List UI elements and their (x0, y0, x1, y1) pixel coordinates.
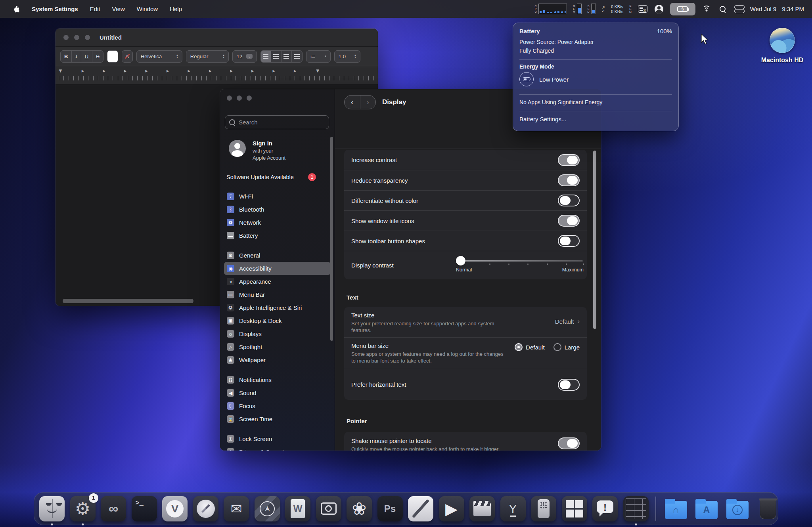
sidebar-item-battery[interactable]: ▬ Battery (224, 229, 331, 242)
dock-trash[interactable] (755, 496, 781, 521)
slider-knob[interactable] (456, 256, 465, 265)
sign-in-row[interactable]: Sign in with your Apple Account (229, 140, 285, 161)
sidebar-item-apple-intelligence[interactable]: ❂ Apple Intelligence & Siri (224, 301, 331, 314)
horizontal-scrollbar[interactable] (63, 299, 193, 303)
align-center-button[interactable] (271, 51, 282, 62)
menu-help[interactable]: Help (165, 0, 187, 18)
software-update-row[interactable]: Software Update Available 1 (226, 173, 329, 181)
cpu-monitor-widget[interactable]: CPU (535, 4, 567, 14)
memory-monitor-widget[interactable]: MEM (573, 4, 582, 14)
menu-app-name[interactable]: System Settings (27, 0, 83, 18)
minimize-button[interactable] (237, 95, 242, 101)
dock-garageband[interactable] (408, 496, 433, 521)
battery-settings-link[interactable]: Battery Settings... (519, 116, 672, 122)
sidebar-item-lock-screen[interactable]: ⚿ Lock Screen (224, 432, 331, 445)
back-button[interactable]: ‹ (345, 95, 360, 109)
pane-scrollbar[interactable] (593, 151, 596, 329)
radio-menu-bar-default[interactable]: Default (515, 343, 545, 351)
ssd-monitor-widget[interactable]: SSD (588, 4, 596, 14)
dock-safari[interactable] (193, 496, 218, 521)
battery-menu-icon[interactable]: ϟ (670, 3, 695, 15)
radio-button[interactable] (553, 343, 561, 351)
font-family-dropdown[interactable]: Helvetica▴▾ (136, 50, 182, 63)
dock-vivaldi[interactable]: V (162, 496, 188, 521)
control-center-icon[interactable] (734, 4, 744, 14)
dock-binoculars-app[interactable]: ∞ (101, 496, 126, 521)
font-style-dropdown[interactable]: Regular▴▾ (186, 50, 229, 63)
sidebar-item-wallpaper[interactable]: ❀ Wallpaper (224, 353, 331, 367)
sidebar-item-accessibility[interactable]: ◉ Accessibility (224, 262, 331, 275)
close-button[interactable] (63, 35, 69, 40)
dock-finder[interactable] (39, 496, 65, 521)
dock-remote-app[interactable] (531, 496, 556, 521)
dock-word[interactable]: W (285, 496, 310, 521)
dock-maps[interactable]: ➤ (255, 496, 280, 521)
menu-window[interactable]: Window (132, 0, 163, 18)
dock-feedback-app[interactable]: ! (592, 496, 618, 521)
dock-photos[interactable]: ❀ (347, 496, 372, 521)
sidebar-item-wifi[interactable]: Wi-Fi (224, 190, 331, 203)
sidebar-item-screen-time[interactable]: ⌛ Screen Time (224, 412, 331, 426)
menu-bar-clock[interactable]: Wed Jul 9 9:34 PM (750, 6, 804, 12)
sidebar-item-sound[interactable]: ◀ Sound (224, 386, 331, 399)
dock-imovie[interactable] (469, 496, 495, 521)
macintosh-hd-desktop-icon[interactable]: Macintosh HD (756, 28, 808, 64)
remove-style-button[interactable]: A (122, 50, 133, 63)
close-button[interactable] (227, 95, 232, 101)
sidebar-item-notifications[interactable]: Ω Notifications (224, 373, 331, 386)
sidebar-item-desktop-dock[interactable]: ▣ Desktop & Dock (224, 314, 331, 327)
dock-terminal[interactable]: >_ (132, 496, 157, 521)
sidebar-item-network[interactable]: ☸ Network (224, 216, 331, 229)
toggle-shake-pointer[interactable] (558, 437, 580, 449)
sidebar-item-displays[interactable]: ☼ Displays (224, 327, 331, 340)
wifi-menu-icon[interactable] (701, 4, 712, 14)
menu-view[interactable]: View (107, 0, 130, 18)
dock-cocktail-app[interactable]: Y (500, 496, 526, 521)
low-power-option[interactable]: Low Power (519, 72, 672, 86)
line-spacing-stepper[interactable]: 1.0▴▾ (334, 50, 360, 63)
dock-folder-applications[interactable]: A (694, 496, 719, 521)
minimize-button[interactable] (74, 35, 79, 40)
radio-menu-bar-large[interactable]: Large (553, 343, 580, 351)
sidebar-item-appearance[interactable]: ◑ Appearance (224, 275, 331, 288)
strikethrough-button[interactable]: S (92, 51, 103, 62)
text-size-row[interactable]: Text size Set your preferred reading siz… (344, 307, 587, 337)
network-speed-widget[interactable]: 0 KB/s 0 KB/s (611, 4, 623, 14)
apple-menu[interactable] (9, 0, 25, 18)
radio-button[interactable] (515, 343, 523, 351)
sensors-widget[interactable]: SEN (629, 4, 632, 14)
toggle-prefer-horizontal-text[interactable] (558, 379, 580, 391)
shortcuts-menu-icon[interactable] (638, 4, 648, 14)
dock-screenshot[interactable] (316, 496, 341, 521)
underline-button[interactable]: U (81, 51, 92, 62)
dock-system-settings[interactable]: ⚙ 1 (70, 496, 96, 521)
search-input[interactable]: Search (225, 115, 329, 129)
align-right-button[interactable] (292, 51, 302, 62)
sidebar-scrollbar[interactable] (330, 137, 333, 341)
zoom-button[interactable] (85, 35, 90, 40)
menu-edit[interactable]: Edit (85, 0, 105, 18)
dock-folder-home[interactable]: ⌂ (663, 496, 689, 521)
sidebar-item-privacy-security[interactable]: ✱ Privacy & Security (224, 445, 331, 451)
dock-folder-downloads[interactable]: ↓ (725, 496, 750, 521)
dock-window-grid-app[interactable] (562, 496, 587, 521)
display-contrast-slider[interactable]: Normal Maximum (456, 256, 584, 274)
dock-table-app[interactable] (623, 496, 649, 521)
network-arrows-icon[interactable]: ↗↙ (602, 6, 605, 13)
sidebar-item-focus[interactable]: ☾ Focus (224, 399, 331, 412)
dock-media-player[interactable]: ▶ (439, 496, 464, 521)
forward-button[interactable]: › (360, 95, 376, 109)
dock-mail[interactable]: ✉ (224, 496, 249, 521)
zoom-button[interactable] (247, 95, 252, 101)
italic-button[interactable]: I (72, 51, 81, 62)
slider-track[interactable] (461, 260, 583, 262)
list-style-dropdown[interactable]: ≔▾ (306, 50, 331, 63)
sidebar-item-spotlight[interactable]: ⌕ Spotlight (224, 340, 331, 353)
dock-photoshop[interactable]: Ps (377, 496, 403, 521)
font-size-dropdown[interactable]: 12⌄ (232, 50, 257, 63)
sidebar-item-menu-bar[interactable]: ▭ Menu Bar (224, 288, 331, 301)
sidebar-item-bluetooth[interactable]: ᛒ Bluetooth (224, 203, 331, 216)
bold-button[interactable]: B (61, 51, 72, 62)
text-color-swatch[interactable] (107, 50, 118, 63)
account-menu-icon[interactable] (654, 4, 664, 14)
